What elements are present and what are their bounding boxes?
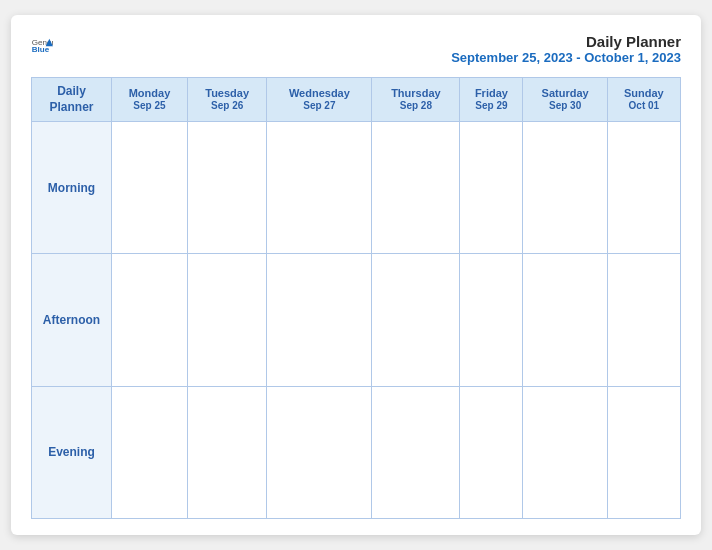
col-header-thursday: Thursday Sep 28: [372, 78, 460, 122]
calendar-table: Daily Planner Monday Sep 25 Tuesday Sep …: [31, 77, 681, 519]
row-evening: Evening: [32, 386, 681, 518]
col-wednesday-day: Wednesday: [271, 87, 367, 100]
cell-evening-friday[interactable]: [460, 386, 523, 518]
row-label-afternoon: Afternoon: [32, 254, 112, 386]
col-saturday-day: Saturday: [527, 87, 602, 100]
col-monday-day: Monday: [116, 87, 183, 100]
page: General Blue Daily Planner September 25,…: [11, 15, 701, 535]
col-thursday-day: Thursday: [376, 87, 455, 100]
row-label-morning: Morning: [32, 122, 112, 254]
cell-afternoon-thursday[interactable]: [372, 254, 460, 386]
title-area: Daily Planner September 25, 2023 - Octob…: [451, 33, 681, 65]
cell-evening-monday[interactable]: [112, 386, 188, 518]
col-label-daily: Daily: [36, 84, 107, 100]
cell-afternoon-monday[interactable]: [112, 254, 188, 386]
col-header-sunday: Sunday Oct 01: [607, 78, 680, 122]
cell-morning-saturday[interactable]: [523, 122, 607, 254]
row-label-evening: Evening: [32, 386, 112, 518]
col-header-daily-planner: Daily Planner: [32, 78, 112, 122]
row-afternoon: Afternoon: [32, 254, 681, 386]
header-row: Daily Planner Monday Sep 25 Tuesday Sep …: [32, 78, 681, 122]
col-header-wednesday: Wednesday Sep 27: [267, 78, 372, 122]
cell-morning-sunday[interactable]: [607, 122, 680, 254]
cell-afternoon-wednesday[interactable]: [267, 254, 372, 386]
col-header-tuesday: Tuesday Sep 26: [187, 78, 266, 122]
col-header-friday: Friday Sep 29: [460, 78, 523, 122]
col-header-saturday: Saturday Sep 30: [523, 78, 607, 122]
col-tuesday-date: Sep 26: [192, 100, 262, 112]
svg-text:Blue: Blue: [32, 45, 50, 54]
cell-evening-thursday[interactable]: [372, 386, 460, 518]
col-sunday-day: Sunday: [612, 87, 676, 100]
cell-morning-friday[interactable]: [460, 122, 523, 254]
col-wednesday-date: Sep 27: [271, 100, 367, 112]
cell-morning-monday[interactable]: [112, 122, 188, 254]
logo-icon: General Blue: [31, 33, 53, 55]
cell-afternoon-tuesday[interactable]: [187, 254, 266, 386]
col-tuesday-day: Tuesday: [192, 87, 262, 100]
cell-evening-saturday[interactable]: [523, 386, 607, 518]
cell-afternoon-friday[interactable]: [460, 254, 523, 386]
logo-area: General Blue: [31, 33, 53, 55]
col-label-planner: Planner: [36, 100, 107, 116]
col-thursday-date: Sep 28: [376, 100, 455, 112]
title-main: Daily Planner: [451, 33, 681, 50]
col-sunday-date: Oct 01: [612, 100, 676, 112]
cell-morning-tuesday[interactable]: [187, 122, 266, 254]
col-monday-date: Sep 25: [116, 100, 183, 112]
cell-evening-wednesday[interactable]: [267, 386, 372, 518]
row-morning: Morning: [32, 122, 681, 254]
col-header-monday: Monday Sep 25: [112, 78, 188, 122]
header: General Blue Daily Planner September 25,…: [31, 33, 681, 65]
cell-evening-tuesday[interactable]: [187, 386, 266, 518]
cell-afternoon-sunday[interactable]: [607, 254, 680, 386]
col-friday-date: Sep 29: [464, 100, 518, 112]
cell-afternoon-saturday[interactable]: [523, 254, 607, 386]
title-sub: September 25, 2023 - October 1, 2023: [451, 50, 681, 65]
cell-morning-thursday[interactable]: [372, 122, 460, 254]
col-friday-day: Friday: [464, 87, 518, 100]
col-saturday-date: Sep 30: [527, 100, 602, 112]
cell-evening-sunday[interactable]: [607, 386, 680, 518]
cell-morning-wednesday[interactable]: [267, 122, 372, 254]
